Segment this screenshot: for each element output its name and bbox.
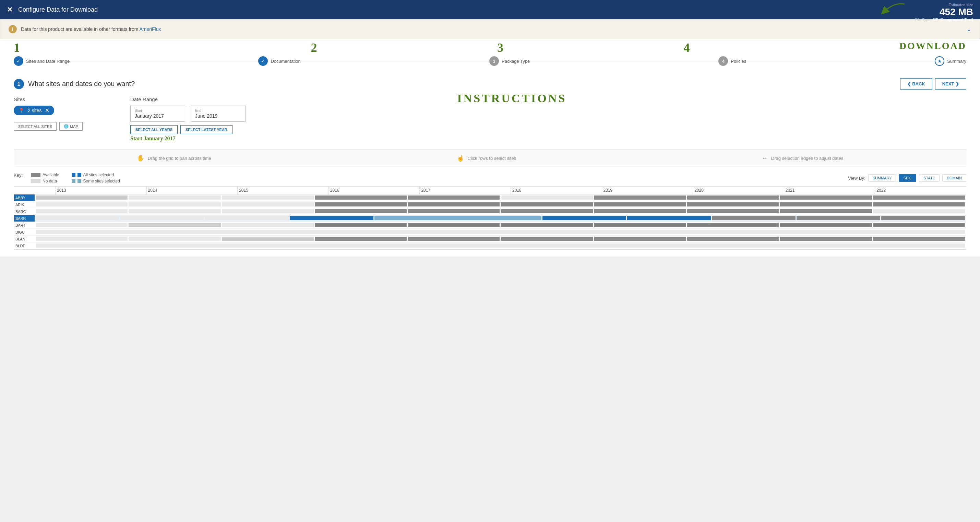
row-label-abby: ABBY xyxy=(14,194,35,201)
grid-container[interactable]: 2013 2014 2015 2016 2017 2018 2019 2020 … xyxy=(14,186,966,250)
instructions-box: ✋ Drag the grid to pan across time ☝ Cli… xyxy=(14,149,966,167)
step-3-label: Package Type xyxy=(502,59,530,64)
step-4-label: Policies xyxy=(731,59,746,64)
next-button[interactable]: NEXT ❯ xyxy=(935,78,966,89)
year-2017: 2017 xyxy=(419,186,511,194)
instruction-pan-text: Drag the grid to pan across time xyxy=(148,156,211,161)
ameriflux-link[interactable]: AmeriFlux xyxy=(140,26,161,32)
annotation-2: 2 xyxy=(311,40,317,55)
step-4[interactable]: 4 Policies xyxy=(718,56,746,66)
key-rows-2: All sites selected Some sites selected xyxy=(72,172,120,183)
view-summary-button[interactable]: SUMMARY xyxy=(868,174,896,182)
row-data-barc xyxy=(35,208,966,215)
estimated-size-value: 452 MB xyxy=(915,7,973,18)
table-row[interactable]: BIGC xyxy=(14,229,966,236)
instruction-drag-text: Drag selection edges to adjust dates xyxy=(771,156,843,161)
table-row[interactable]: BART xyxy=(14,222,966,229)
nodata-swatch xyxy=(31,179,40,183)
annotation-download: DOWNLOAD xyxy=(899,40,966,55)
step-3-icon: 3 xyxy=(489,56,499,66)
end-date-field[interactable]: End June 2019 xyxy=(191,106,245,122)
view-state-button[interactable]: STATE xyxy=(919,174,940,182)
map-button[interactable]: 🌐 MAP xyxy=(59,122,83,130)
start-date-field[interactable]: Start January 2017 xyxy=(130,106,185,122)
step-4-icon: 4 xyxy=(718,56,728,66)
instruction-pan: ✋ Drag the grid to pan across time xyxy=(137,154,211,162)
select-latest-year-button[interactable]: SELECT LATEST YEAR xyxy=(180,125,232,134)
view-site-button[interactable]: SITE xyxy=(899,174,916,182)
end-label: End xyxy=(195,109,241,113)
year-2014: 2014 xyxy=(146,186,238,194)
row-data-bart xyxy=(35,222,966,228)
instruction-drag: ↔ Drag selection edges to adjust dates xyxy=(762,154,843,162)
year-2022: 2022 xyxy=(875,186,966,194)
row-data-arik xyxy=(35,201,966,208)
table-row[interactable]: BLDE xyxy=(14,242,966,249)
year-2021: 2021 xyxy=(784,186,875,194)
step-3[interactable]: 3 Package Type xyxy=(489,56,530,66)
step-2[interactable]: ✓ Documentation xyxy=(258,56,301,66)
date-range-label: Date Range xyxy=(130,96,966,102)
step-2-icon: ✓ xyxy=(258,56,268,66)
instruction-click: ☝ Click rows to select sites xyxy=(457,154,516,162)
drag-icon: ↔ xyxy=(762,155,768,162)
nodata-label: No data xyxy=(43,179,57,183)
section-num: 1 xyxy=(14,79,24,89)
steps-row: ✓ Sites and Date Range ✓ Documentation 3… xyxy=(14,56,966,66)
table-row[interactable]: BARR xyxy=(14,215,966,222)
key-nodata: No data xyxy=(31,179,59,183)
key-section: Key: Available No data All sites selecte… xyxy=(14,172,120,183)
row-data-blan xyxy=(35,236,966,242)
year-labels: 2013 2014 2015 2016 2017 2018 2019 2020 … xyxy=(14,186,966,194)
key-rows: Available No data xyxy=(31,172,59,183)
view-domain-button[interactable]: DOMAIN xyxy=(942,174,966,182)
sites-column: Sites 📍 2 sites ✕ SELECT ALL SITES 🌐 MAP xyxy=(14,96,116,135)
section-title: 1 What sites and dates do you want? xyxy=(14,79,135,89)
row-data-bigc xyxy=(35,229,966,235)
nav-buttons: ❮ BACK NEXT ❯ xyxy=(900,78,966,89)
available-label: Available xyxy=(43,172,59,177)
file-type-label: File Type: ZIP (Compressed Text) xyxy=(915,18,973,22)
table-row[interactable]: BLAN xyxy=(14,236,966,242)
step-2-label: Documentation xyxy=(270,59,301,64)
table-row[interactable]: BARC xyxy=(14,208,966,215)
step-line-1 xyxy=(70,61,258,61)
start-date-annotation: Start January 2017 xyxy=(130,135,175,142)
row-data-abby xyxy=(35,194,966,201)
page-title: Configure Data for Download xyxy=(18,6,98,13)
step-1[interactable]: ✓ Sites and Date Range xyxy=(14,56,70,66)
year-2020: 2020 xyxy=(693,186,784,194)
sites-count: 2 sites xyxy=(28,108,41,113)
row-label-bigc: BIGC xyxy=(14,230,35,234)
key-someselected: Some sites selected xyxy=(72,179,120,183)
table-row[interactable]: ABBY xyxy=(14,194,966,201)
main-content: INSTRUCTIONS 1 What sites and dates do y… xyxy=(0,72,980,256)
select-all-years-button[interactable]: SELECT ALL YEARS xyxy=(130,125,178,134)
start-label: Start xyxy=(135,109,181,113)
info-chevron-icon[interactable]: ⌄ xyxy=(966,25,971,33)
view-by-section: View By: SUMMARY SITE STATE DOMAIN xyxy=(848,174,966,182)
close-button[interactable]: ✕ xyxy=(7,5,13,14)
step-1-icon: ✓ xyxy=(14,56,23,66)
available-swatch xyxy=(31,173,40,177)
date-range-column: Date Range Start January 2017 End June 2… xyxy=(130,96,966,135)
step-line-3 xyxy=(530,61,718,61)
select-all-sites-button[interactable]: SELECT ALL SITES xyxy=(14,122,57,130)
globe-icon: 🌐 xyxy=(64,124,68,129)
click-icon: ☝ xyxy=(457,154,464,162)
step-5[interactable]: ★ Summary xyxy=(935,56,966,66)
info-icon: i xyxy=(9,25,17,33)
back-button[interactable]: ❮ BACK xyxy=(900,78,932,89)
grid-rows: ABBY xyxy=(14,194,966,249)
instruction-click-text: Click rows to select sites xyxy=(468,156,516,161)
row-label-barr: BARR xyxy=(14,215,35,221)
sites-dates-row: Sites 📍 2 sites ✕ SELECT ALL SITES 🌐 MAP… xyxy=(14,96,966,135)
year-2019: 2019 xyxy=(602,186,693,194)
key-label: Key: xyxy=(14,172,22,183)
sites-badge-close-button[interactable]: ✕ xyxy=(45,108,49,113)
row-data-barr xyxy=(35,215,966,221)
table-row[interactable]: ARIK xyxy=(14,201,966,208)
estimated-size-box: Estimated size 452 MB File Type: ZIP (Co… xyxy=(915,3,973,22)
start-date-value: January 2017 xyxy=(135,113,164,119)
row-label-barc: BARC xyxy=(14,210,35,214)
